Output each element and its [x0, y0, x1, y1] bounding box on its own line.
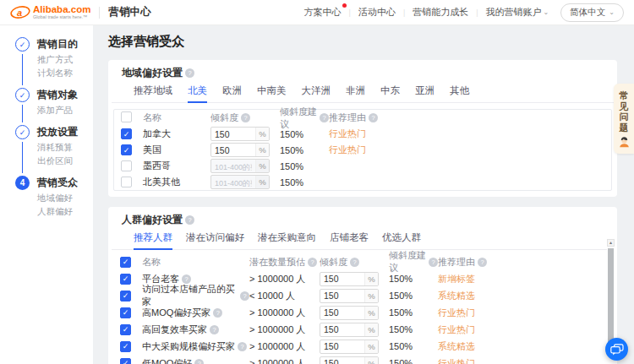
app-window: a Alibaba.com Global trade starts here.™… — [0, 0, 634, 364]
row-checkbox[interactable] — [121, 160, 132, 171]
logo-brand: Alibaba.com — [33, 5, 90, 14]
tilt-input-wrap: % — [210, 175, 270, 189]
percent-suffix: % — [364, 273, 378, 285]
table-row: 北美其他%150% — [114, 174, 611, 190]
info-icon[interactable]: ? — [308, 258, 317, 267]
info-icon[interactable]: ? — [210, 325, 219, 334]
crowd-section-title: 人群偏好设置 — [122, 213, 183, 227]
region-tab[interactable]: 非洲 — [346, 84, 365, 102]
row-checkbox[interactable]: ✓ — [120, 341, 131, 352]
crowd-tab[interactable]: 潜在访问偏好 — [186, 231, 244, 249]
chat-button[interactable] — [605, 338, 628, 361]
crowd-tab[interactable]: 优选人群 — [382, 231, 421, 249]
region-tab[interactable]: 欧洲 — [222, 84, 242, 102]
info-icon[interactable]: ? — [238, 342, 247, 351]
row-checkbox[interactable]: ✓ — [120, 274, 131, 285]
notification-dot-icon — [342, 3, 347, 8]
tilt-input[interactable] — [320, 357, 364, 364]
info-icon[interactable]: ? — [213, 308, 222, 318]
tilt-input[interactable] — [211, 128, 255, 140]
info-icon[interactable]: ? — [478, 258, 487, 267]
tilt-input[interactable] — [320, 290, 364, 302]
crowd-tab[interactable]: 店铺老客 — [330, 231, 369, 249]
nav-item-2[interactable]: 活动中心 — [358, 6, 396, 19]
select-all-checkbox[interactable] — [121, 111, 132, 122]
region-tab[interactable]: 其他 — [450, 84, 469, 102]
scroll-up-icon[interactable]: ▴ — [607, 239, 615, 247]
info-icon[interactable]: ? — [320, 113, 329, 122]
recommend-reason[interactable]: 行业热门 — [438, 307, 605, 319]
percent-suffix: % — [255, 144, 269, 156]
alibaba-logo[interactable]: a Alibaba.com Global trade starts here.™ — [10, 5, 90, 19]
info-icon[interactable]: ? — [350, 258, 359, 267]
info-icon[interactable]: ? — [185, 68, 194, 78]
recommend-reason[interactable]: 行业热门 — [329, 144, 604, 156]
recommend-reason[interactable]: 系统精选 — [438, 290, 605, 302]
scrollbar-thumb[interactable] — [608, 248, 614, 350]
percent-suffix: % — [364, 323, 378, 336]
info-icon[interactable]: ? — [194, 359, 204, 364]
tilt-input[interactable] — [320, 323, 364, 336]
region-tab[interactable]: 中南美 — [257, 84, 287, 102]
row-checkbox[interactable]: ✓ — [120, 291, 131, 302]
crowd-tab[interactable]: 潜在采购意向 — [258, 231, 316, 249]
table-row: 墨西哥%150% — [114, 158, 611, 174]
quantity-estimate: > 1000000 人 — [249, 340, 320, 353]
recommend-reason[interactable]: 行业热门 — [329, 128, 604, 140]
info-icon[interactable]: ? — [241, 113, 250, 122]
step-indicator-current[interactable]: 4 — [15, 176, 30, 190]
tilt-input[interactable] — [320, 307, 364, 319]
region-name: 北美其他 — [143, 176, 210, 188]
tilt-input[interactable] — [211, 144, 255, 156]
cell-check: ✓ — [120, 274, 142, 285]
recommend-reason[interactable]: 系统精选 — [438, 340, 605, 353]
recommend-reason[interactable]: 行业热门 — [438, 357, 605, 364]
tilt-input — [211, 176, 255, 188]
percent-suffix: % — [364, 340, 378, 353]
row-checkbox[interactable]: ✓ — [121, 128, 132, 139]
table-row: ✓加拿大%150%行业热门 — [114, 126, 611, 142]
row-checkbox[interactable] — [121, 177, 132, 187]
step-indicator-done[interactable]: ✓ — [15, 88, 30, 102]
region-tab[interactable]: 中东 — [380, 84, 400, 102]
row-checkbox[interactable]: ✓ — [120, 358, 131, 364]
row-checkbox[interactable]: ✓ — [120, 324, 131, 335]
crowd-tab[interactable]: 推荐人群 — [134, 231, 172, 249]
nav-item-4[interactable]: 我的营销账户⌄ — [486, 6, 549, 19]
recommend-reason[interactable]: 行业热门 — [438, 323, 605, 336]
crowd-select-all: ✓ — [120, 256, 131, 268]
region-select-all — [121, 111, 132, 124]
region-tab[interactable]: 推荐地域 — [134, 84, 172, 102]
step-indicator-done[interactable]: ✓ — [15, 37, 30, 52]
tilt-input[interactable] — [320, 273, 364, 285]
nav-item-3[interactable]: 营销能力成长 — [413, 6, 468, 19]
step-indicator-done[interactable]: ✓ — [15, 125, 30, 139]
info-icon[interactable]: ? — [429, 258, 438, 267]
faq-side-tab[interactable]: 常见问题 — [614, 84, 634, 154]
column-name: 名称 — [143, 111, 210, 124]
info-icon[interactable]: ? — [185, 215, 194, 225]
language-selector[interactable]: 简体中文 ⌄ — [560, 3, 624, 22]
crowd-name: 中大采购规模偏好买家? — [142, 340, 249, 353]
info-icon[interactable]: ? — [182, 274, 191, 284]
row-checkbox[interactable]: ✓ — [121, 144, 132, 155]
region-tab[interactable]: 北美 — [188, 84, 207, 102]
cell-check: ✓ — [120, 341, 142, 352]
top-header: a Alibaba.com Global trade starts here.™… — [0, 0, 634, 25]
info-icon[interactable]: ? — [240, 291, 249, 301]
faq-label: 常见问题 — [620, 90, 629, 133]
info-icon[interactable]: ? — [369, 113, 378, 122]
crowd-name: 高MOQ偏好买家? — [142, 307, 249, 319]
step-rail: 4 — [15, 176, 30, 226]
column-name: 名称 — [142, 256, 249, 269]
cell-tilt: % — [210, 175, 280, 189]
row-checkbox[interactable]: ✓ — [120, 307, 131, 318]
recommend-reason[interactable]: 新增标签 — [438, 273, 605, 285]
region-tab[interactable]: 亚洲 — [415, 84, 435, 102]
cell-tilt: % — [210, 127, 280, 141]
select-all-checkbox[interactable]: ✓ — [120, 257, 131, 268]
step-body: 营销目的推广方式计划名称 — [37, 37, 78, 88]
tilt-input[interactable] — [320, 340, 364, 353]
nav-item-1[interactable]: 方案中心 — [304, 6, 342, 19]
region-tab[interactable]: 大洋洲 — [302, 84, 331, 102]
